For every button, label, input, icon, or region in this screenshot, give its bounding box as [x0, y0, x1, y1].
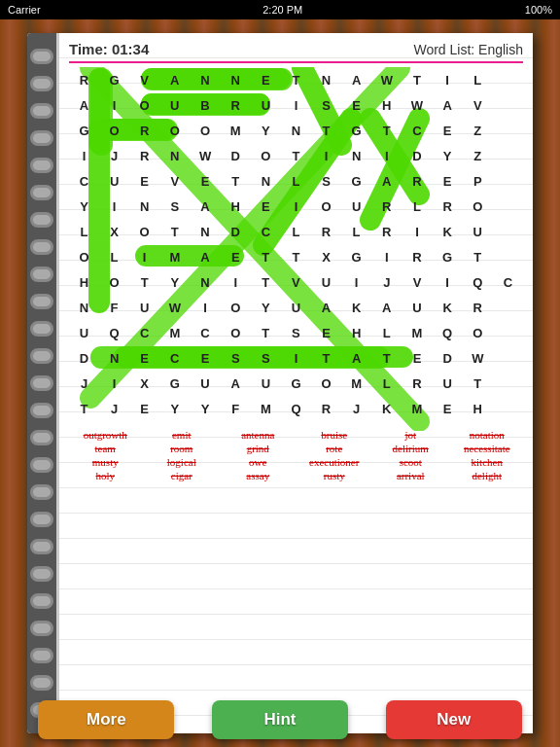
grid-cell[interactable]: M [402, 320, 432, 345]
grid-cell[interactable]: R [433, 194, 463, 219]
grid-cell[interactable]: L [463, 67, 493, 92]
grid-cell[interactable]: N [190, 219, 220, 244]
grid-cell[interactable]: G [341, 244, 371, 269]
grid-cell[interactable]: N [69, 295, 99, 320]
grid-cell[interactable]: U [251, 371, 281, 396]
grid-cell[interactable]: U [159, 92, 190, 118]
grid-cell[interactable]: G [341, 168, 371, 194]
grid-cell[interactable]: T [463, 371, 493, 396]
grid-cell[interactable]: N [221, 67, 251, 92]
grid-cell[interactable]: M [159, 244, 190, 269]
grid-cell[interactable]: T [371, 118, 402, 143]
grid-cell[interactable]: S [159, 194, 190, 219]
grid-cell[interactable]: Q [281, 396, 311, 421]
grid-cell[interactable]: T [311, 118, 341, 143]
grid-cell[interactable]: C [251, 219, 281, 244]
grid-cell[interactable]: M [341, 371, 371, 396]
grid-cell[interactable]: Y [159, 269, 190, 295]
grid-cell[interactable]: I [281, 92, 311, 118]
grid-cell[interactable]: S [251, 345, 281, 371]
grid-cell[interactable]: V [402, 269, 432, 295]
grid-cell[interactable]: A [341, 67, 371, 92]
grid-cell[interactable]: I [190, 295, 220, 320]
grid-cell[interactable]: O [129, 219, 159, 244]
grid-cell[interactable]: I [371, 143, 402, 168]
grid-cell[interactable]: I [99, 92, 129, 118]
grid-cell[interactable]: E [402, 345, 432, 371]
grid-cell[interactable]: K [341, 295, 371, 320]
grid-cell[interactable]: A [159, 67, 190, 92]
grid-cell[interactable]: U [99, 168, 129, 194]
grid-cell[interactable]: E [311, 320, 341, 345]
grid-cell[interactable]: A [371, 168, 402, 194]
grid-cell[interactable]: B [190, 92, 220, 118]
grid-cell[interactable]: I [433, 67, 463, 92]
grid-cell[interactable]: O [311, 194, 341, 219]
grid-cell[interactable]: J [99, 143, 129, 168]
grid-cell[interactable]: S [311, 168, 341, 194]
grid-cell[interactable]: C [159, 345, 190, 371]
grid-cell[interactable]: I [99, 194, 129, 219]
grid-cell[interactable]: W [463, 345, 493, 371]
grid-cell[interactable]: O [251, 143, 281, 168]
grid-cell[interactable]: I [69, 143, 99, 168]
grid-cell[interactable]: K [371, 396, 402, 421]
grid-cell[interactable]: W [159, 295, 190, 320]
grid-cell[interactable]: R [129, 118, 159, 143]
grid-cell[interactable]: T [129, 269, 159, 295]
grid-cell[interactable]: S [311, 92, 341, 118]
grid-cell[interactable]: E [433, 168, 463, 194]
grid-cell[interactable]: G [69, 118, 99, 143]
grid-cell[interactable]: N [190, 269, 220, 295]
grid-cell[interactable]: W [402, 92, 432, 118]
grid-cell[interactable]: Q [99, 320, 129, 345]
grid-cell[interactable]: V [159, 168, 190, 194]
grid-cell[interactable]: U [129, 295, 159, 320]
grid-cell[interactable]: X [129, 371, 159, 396]
grid-cell[interactable]: R [402, 168, 432, 194]
grid-cell[interactable]: Q [433, 320, 463, 345]
grid-cell[interactable]: O [311, 371, 341, 396]
grid-cell[interactable]: R [311, 396, 341, 421]
grid-cell[interactable]: T [311, 345, 341, 371]
grid-cell[interactable]: V [281, 269, 311, 295]
grid-cell[interactable]: F [99, 295, 129, 320]
grid-cell[interactable]: T [251, 269, 281, 295]
grid-cell[interactable]: E [433, 118, 463, 143]
grid-cell[interactable]: I [99, 371, 129, 396]
grid-cell[interactable]: M [159, 320, 190, 345]
grid-cell[interactable]: L [281, 168, 311, 194]
grid-cell[interactable]: L [371, 371, 402, 396]
grid-cell[interactable]: U [341, 194, 371, 219]
grid-cell[interactable]: C [190, 320, 220, 345]
grid-cell[interactable]: Y [251, 118, 281, 143]
grid-cell[interactable]: E [129, 345, 159, 371]
grid-cell[interactable]: H [341, 320, 371, 345]
grid-cell[interactable]: R [463, 295, 493, 320]
grid-cell[interactable]: I [402, 219, 432, 244]
grid-cell[interactable]: O [221, 320, 251, 345]
grid-cell[interactable]: L [281, 219, 311, 244]
grid-cell[interactable]: O [69, 244, 99, 269]
grid-cell[interactable]: U [251, 92, 281, 118]
grid-cell[interactable]: A [433, 92, 463, 118]
grid-cell[interactable]: Y [251, 295, 281, 320]
grid-cell[interactable]: N [159, 143, 190, 168]
grid-cell[interactable]: D [221, 143, 251, 168]
grid-cell[interactable]: L [371, 320, 402, 345]
grid-cell[interactable]: E [433, 396, 463, 421]
grid-cell[interactable]: T [463, 244, 493, 269]
grid-cell[interactable]: H [371, 92, 402, 118]
grid-cell[interactable]: Q [463, 269, 493, 295]
grid-cell[interactable]: O [463, 320, 493, 345]
grid-cell[interactable]: O [159, 118, 190, 143]
grid-cell[interactable]: T [281, 143, 311, 168]
grid-cell[interactable]: T [69, 396, 99, 421]
grid-cell[interactable]: X [99, 219, 129, 244]
grid-cell[interactable]: E [190, 345, 220, 371]
grid-cell[interactable]: J [341, 396, 371, 421]
grid-cell[interactable]: D [69, 345, 99, 371]
grid-cell[interactable]: E [341, 92, 371, 118]
grid-cell[interactable]: E [251, 67, 281, 92]
grid-cell[interactable]: W [371, 67, 402, 92]
